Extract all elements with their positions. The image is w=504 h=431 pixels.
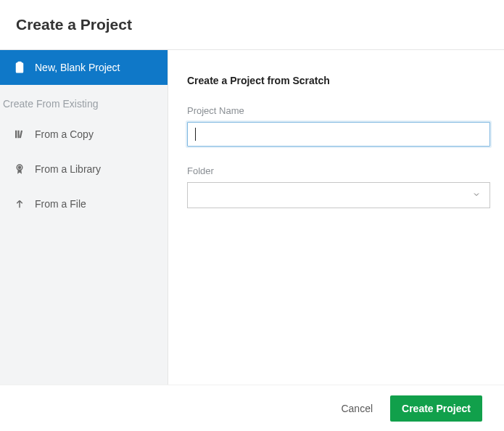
award-icon [13, 163, 26, 176]
svg-rect-5 [15, 131, 17, 139]
clipboard-icon [13, 61, 26, 74]
cancel-button[interactable]: Cancel [341, 403, 373, 414]
project-name-input[interactable] [187, 122, 490, 147]
svg-point-9 [19, 166, 21, 168]
sidebar-item-from-copy[interactable]: From a Copy [0, 117, 168, 152]
dialog-footer: Cancel Create Project [0, 385, 504, 431]
dialog-header: Create a Project [0, 0, 504, 49]
folder-select[interactable] [187, 182, 490, 208]
sidebar-item-from-library[interactable]: From a Library [0, 152, 168, 186]
dialog-body: New, Blank Project Create From Existing … [0, 49, 504, 385]
text-cursor [195, 128, 196, 141]
sidebar-item-label: From a File [35, 198, 86, 210]
sidebar-item-label: From a Copy [35, 128, 94, 140]
sidebar-item-label: From a Library [35, 163, 101, 175]
content-area: Create a Project from Scratch Project Na… [168, 50, 504, 385]
sidebar: New, Blank Project Create From Existing … [0, 50, 168, 385]
chevron-down-icon [472, 189, 481, 202]
sidebar-section-label: Create From Existing [0, 85, 168, 117]
upload-arrow-icon [13, 197, 26, 210]
content-title: Create a Project from Scratch [187, 75, 490, 86]
books-icon [13, 128, 26, 141]
sidebar-item-new-blank[interactable]: New, Blank Project [0, 50, 168, 85]
folder-label: Folder [187, 165, 490, 176]
page-title: Create a Project [16, 16, 504, 33]
svg-rect-6 [17, 131, 19, 139]
svg-rect-7 [20, 131, 22, 139]
sidebar-item-from-file[interactable]: From a File [0, 186, 168, 221]
project-name-label: Project Name [187, 105, 490, 116]
sidebar-item-label: New, Blank Project [35, 62, 120, 73]
create-project-button[interactable]: Create Project [390, 395, 482, 422]
svg-rect-1 [18, 62, 22, 65]
